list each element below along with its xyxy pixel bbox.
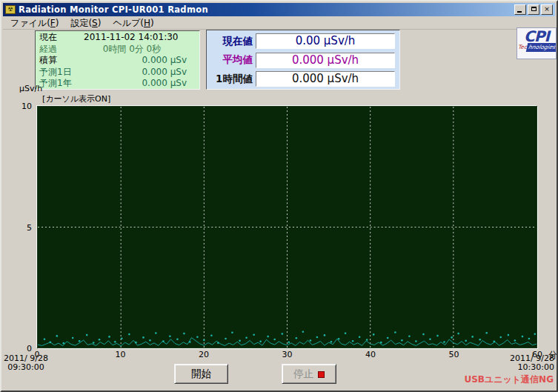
info-row-cumulative: 積算 0.000 μSv	[39, 55, 196, 67]
chart-start-time: 09:30:00	[4, 363, 48, 372]
chart-start-datetime: 2011/ 9/28 09:30:00	[4, 354, 48, 372]
title-bar[interactable]: ☢ Radiation Monitor CPI-UR001 Radmon ×	[3, 3, 555, 16]
close-icon[interactable]: ×	[541, 4, 553, 15]
cursor-display-label: [カーソル表示ON]	[42, 93, 110, 104]
current-value-display: 0.00 μSv/h	[256, 33, 395, 49]
value-row-hourly: 1時間値 0.000 μSv/h	[208, 70, 395, 87]
forecast-year-label: 予測1年	[39, 78, 84, 90]
usb-status-message: USBユニット通信NG	[464, 373, 554, 386]
window-title: Radiation Monitor CPI-UR001 Radmon	[19, 4, 514, 15]
dose-value-panel: 現在値 0.00 μSv/h 平均値 0.000 μSv/h 1時間値 0.00…	[206, 30, 400, 90]
minimize-icon[interactable]	[514, 4, 526, 15]
start-button[interactable]: 開始	[174, 364, 228, 384]
measurement-info-panel: 現在 2011-11-02 14:01:30 経過 0時間 0分 0秒 積算 0…	[35, 30, 200, 90]
y-tick-label: 0	[15, 344, 32, 353]
hourly-value-display: 0.000 μSv/h	[256, 71, 395, 87]
average-value-display: 0.000 μSv/h	[256, 53, 395, 68]
x-tick-label: 50	[449, 350, 459, 359]
maximize-icon[interactable]	[528, 4, 539, 15]
forecast-day-label: 予測1日	[39, 67, 84, 79]
forecast-year-value: 0.000 μSv	[84, 78, 196, 90]
value-row-current: 現在値 0.00 μSv/h	[208, 33, 395, 50]
forecast-day-value: 0.000 μSv	[84, 67, 196, 79]
info-row-forecast-year: 予測1年 0.000 μSv	[39, 78, 196, 90]
chart-end-datetime: 2011/ 9/28 10:30:00	[510, 354, 554, 372]
elapsed-value: 0時間 0分 0秒	[84, 44, 196, 56]
hourly-value-label: 1時間値	[208, 73, 256, 86]
menu-settings[interactable]: 設定(S)	[64, 16, 107, 30]
x-tick-label: 30	[282, 350, 293, 359]
stop-button-label: 停止	[293, 368, 313, 379]
x-tick-label: 10	[116, 350, 126, 359]
y-tick-label: 10	[15, 102, 32, 111]
current-datetime-value: 2011-11-02 14:01:30	[84, 32, 196, 44]
y-axis-unit-label: μSv/h	[19, 84, 42, 93]
cumulative-label: 積算	[39, 55, 84, 67]
x-axis-ticks: 0102030405060	[37, 350, 537, 359]
stop-square-icon	[318, 371, 325, 378]
elapsed-label: 経過	[39, 44, 84, 56]
value-row-average: 平均値 0.000 μSv/h	[208, 52, 395, 69]
x-tick-label: 20	[199, 350, 209, 359]
y-axis-ticks: 0510	[15, 106, 34, 348]
x-tick-label: 40	[365, 350, 376, 359]
info-row-forecast-day: 予測1日 0.000 μSv	[39, 67, 196, 79]
y-tick-label: 5	[15, 223, 32, 233]
app-window: ☢ Radiation Monitor CPI-UR001 Radmon × フ…	[0, 0, 558, 392]
menu-file[interactable]: ファイル(F)	[4, 16, 64, 30]
average-value-label: 平均値	[208, 53, 256, 67]
chart-plot-svg	[38, 107, 537, 348]
cumulative-value: 0.000 μSv	[84, 55, 196, 67]
cpi-technologies-logo: CPI Tec hnologies	[517, 27, 557, 59]
info-row-current-datetime: 現在 2011-11-02 14:01:30	[39, 32, 196, 44]
stop-button[interactable]: 停止	[282, 364, 336, 384]
cpi-logo-rest: hnologies	[526, 43, 557, 52]
dose-trend-chart[interactable]	[37, 106, 537, 348]
app-icon: ☢	[5, 5, 16, 14]
current-value-label: 現在値	[208, 35, 256, 48]
info-row-elapsed: 経過 0時間 0分 0秒	[39, 44, 196, 56]
menu-help[interactable]: ヘルプ(H)	[107, 16, 159, 30]
cpi-logo-text: CPI	[517, 28, 556, 44]
current-datetime-label: 現在	[39, 32, 84, 44]
chart-end-time: 10:30:00	[510, 363, 554, 372]
menu-bar: ファイル(F) 設定(S) ヘルプ(H)	[3, 17, 555, 30]
